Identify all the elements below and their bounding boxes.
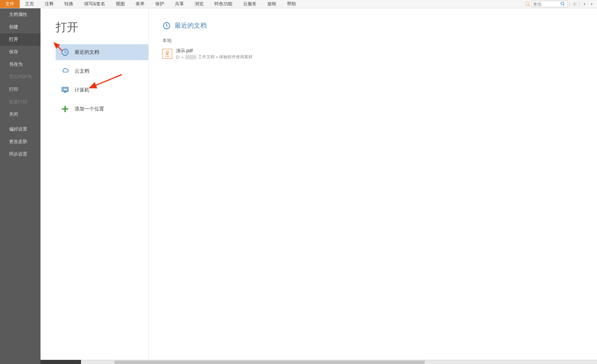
topbar: 文件主页注释转换填写&签名视图表单保护共享浏览特色功能云服务放映帮助	[0, 0, 597, 8]
nav-forward-icon[interactable]	[588, 1, 595, 7]
topbar-tab[interactable]: 注释	[39, 0, 59, 8]
sidebar-item[interactable]: 打印	[0, 83, 41, 96]
blurred-segment	[185, 55, 196, 59]
computer-icon	[61, 86, 69, 94]
sidebar-item[interactable]: 保存	[0, 46, 41, 58]
topbar-tab[interactable]: 填写&签名	[79, 0, 111, 8]
location-label: 计算机	[75, 87, 89, 93]
divider	[569, 2, 570, 7]
open-panel: 打开 最近的文档云文档计算机添加一个位置	[41, 8, 148, 364]
topbar-tab[interactable]: 云服务	[238, 0, 262, 8]
location-label: 添加一个位置	[75, 106, 104, 112]
topbar-tab[interactable]: 帮助	[282, 0, 301, 8]
svg-rect-6	[63, 88, 67, 90]
topbar-tab[interactable]: 转换	[59, 0, 79, 8]
sidebar-item[interactable]: 同步设置	[0, 148, 41, 160]
search-input[interactable]	[533, 2, 560, 6]
clock-icon	[61, 48, 69, 56]
topbar-tab[interactable]: 文件	[0, 0, 20, 8]
topbar-tab[interactable]: 放映	[262, 0, 282, 8]
sidebar-item[interactable]: 批量打印	[0, 96, 41, 108]
section-label: 本地	[162, 37, 597, 44]
location-item[interactable]: 添加一个位置	[56, 101, 148, 117]
topbar-tab[interactable]: 主页	[20, 0, 39, 8]
topbar-tab[interactable]: 浏览	[189, 0, 209, 8]
plus-icon	[61, 105, 69, 113]
doc-search-icon[interactable]	[524, 1, 531, 8]
right-panel-title: 最近的文档	[175, 21, 207, 30]
clock-icon	[162, 22, 171, 30]
sidebar-item[interactable]: 导出PDF为	[0, 71, 41, 83]
divider	[579, 2, 580, 7]
pdf-file-icon: PDF	[162, 49, 172, 59]
sidebar-item[interactable]: 偏好设置	[0, 123, 41, 135]
topbar-tab[interactable]: 特色功能	[209, 0, 238, 8]
topbar-tabs: 文件主页注释转换填写&签名视图表单保护共享浏览特色功能云服务放映帮助	[0, 0, 524, 8]
main: 文档属性创建打开保存另存为导出PDF为打印批量打印关闭偏好设置更改皮肤同步设置 …	[0, 8, 597, 364]
file-name: 演示.pdf	[176, 48, 253, 54]
nav-back-icon[interactable]	[581, 1, 588, 7]
cloud-icon	[61, 67, 69, 75]
topbar-tab[interactable]: 视图	[111, 0, 130, 8]
location-item[interactable]: 最近的文档	[56, 44, 148, 60]
sidebar-item[interactable]: 更改皮肤	[0, 135, 41, 148]
right-panel-header: 最近的文档	[162, 21, 597, 30]
topbar-tab[interactable]: 保护	[150, 0, 170, 8]
topbar-tab[interactable]: 表单	[130, 0, 150, 8]
file-list: PDF演示.pdfD: »工作文档 » 体验软件使用素材	[162, 46, 597, 61]
sidebar-item[interactable]: 关闭	[0, 108, 41, 121]
location-list: 最近的文档云文档计算机添加一个位置	[56, 44, 148, 117]
svg-rect-0	[525, 2, 528, 6]
sidebar-item[interactable]: 创建	[0, 21, 41, 33]
scrollbar-thumb[interactable]	[114, 361, 425, 364]
location-item[interactable]: 计算机	[56, 82, 148, 98]
gear-icon[interactable]	[571, 1, 578, 7]
svg-point-3	[574, 3, 575, 5]
svg-rect-8	[62, 108, 69, 110]
sidebar: 文档属性创建打开保存另存为导出PDF为打印批量打印关闭偏好设置更改皮肤同步设置	[0, 8, 41, 364]
sidebar-footer-strip	[41, 360, 81, 364]
content: 打开 最近的文档云文档计算机添加一个位置 最近的文档 本地 PDF演示.pdfD…	[41, 8, 597, 364]
horizontal-scrollbar[interactable]	[81, 360, 597, 364]
search-icon[interactable]	[560, 1, 566, 7]
topbar-right	[524, 0, 595, 8]
location-item[interactable]: 云文档	[56, 63, 148, 79]
location-label: 最近的文档	[75, 49, 99, 56]
sidebar-item[interactable]: 文档属性	[0, 8, 41, 21]
topbar-tab[interactable]: 共享	[170, 0, 189, 8]
location-label: 云文档	[75, 68, 89, 75]
open-title: 打开	[56, 20, 148, 35]
right-panel: 最近的文档 本地 PDF演示.pdfD: »工作文档 » 体验软件使用素材	[148, 8, 597, 364]
file-item[interactable]: PDF演示.pdfD: »工作文档 » 体验软件使用素材	[162, 46, 597, 61]
sidebar-item[interactable]: 打开	[0, 33, 41, 46]
search-box[interactable]	[532, 1, 568, 7]
svg-point-2	[561, 2, 564, 5]
file-path: D: »工作文档 » 体验软件使用素材	[176, 54, 253, 60]
sidebar-item[interactable]: 另存为	[0, 58, 41, 71]
